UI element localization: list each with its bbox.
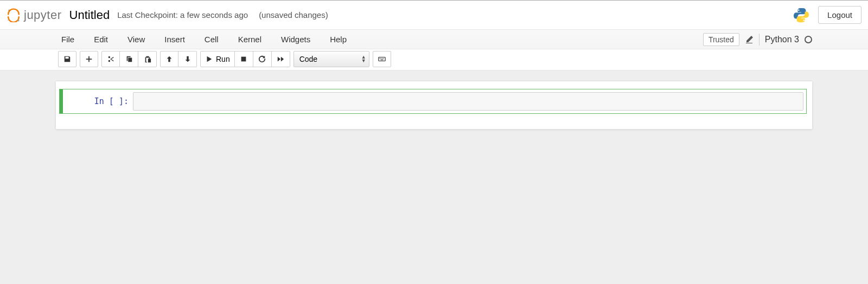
- fast-forward-icon: [277, 55, 284, 63]
- kernel-idle-icon[interactable]: [805, 36, 812, 43]
- checkpoint-status: Last Checkpoint: a few seconds ago: [117, 10, 248, 20]
- notebook-area: In [ ]:: [0, 70, 868, 140]
- svg-point-2: [8, 19, 9, 20]
- move-up-button[interactable]: [160, 51, 178, 67]
- move-down-button[interactable]: [178, 51, 197, 67]
- logout-button[interactable]: Logout: [818, 6, 861, 24]
- header-left: jupyter Untitled Last Checkpoint: a few …: [7, 8, 328, 22]
- restart-run-all-button[interactable]: [272, 51, 290, 67]
- restart-button[interactable]: [253, 51, 272, 67]
- kernel-info: Trusted Python 3: [703, 33, 812, 46]
- pencil-icon[interactable]: [745, 35, 754, 44]
- svg-rect-11: [380, 60, 383, 60]
- svg-point-3: [798, 9, 799, 10]
- jupyter-planet-icon: [7, 8, 21, 22]
- arrow-up-icon: [165, 55, 173, 63]
- copy-button[interactable]: [120, 51, 138, 67]
- menubar: File Edit View Insert Cell Kernel Widget…: [0, 30, 868, 49]
- restart-icon: [258, 55, 266, 63]
- jupyter-logo[interactable]: jupyter: [7, 8, 62, 22]
- unsaved-status: (unsaved changes): [259, 10, 328, 20]
- cell-prompt: In [ ]:: [62, 92, 133, 111]
- menu-edit[interactable]: Edit: [84, 30, 118, 48]
- svg-point-1: [17, 20, 19, 21]
- arrow-down-icon: [184, 55, 192, 63]
- save-button[interactable]: [58, 51, 76, 67]
- code-cell[interactable]: In [ ]:: [59, 89, 807, 114]
- svg-rect-9: [382, 58, 382, 59]
- menu-view[interactable]: View: [118, 30, 155, 48]
- scissors-icon: [107, 55, 114, 63]
- play-icon: [205, 55, 213, 63]
- divider: [759, 34, 760, 46]
- svg-rect-5: [241, 57, 246, 62]
- save-icon: [63, 55, 71, 63]
- cut-button[interactable]: [101, 51, 120, 67]
- command-palette-button[interactable]: [373, 51, 391, 67]
- plus-icon: [85, 55, 93, 63]
- kernel-name[interactable]: Python 3: [765, 35, 799, 44]
- paste-icon: [144, 55, 151, 63]
- run-button[interactable]: Run: [200, 51, 235, 67]
- add-cell-button[interactable]: [80, 51, 98, 67]
- celltype-select-wrap: Code Markdown Raw NBConvert Heading ▲▼: [293, 51, 369, 67]
- notebook-title[interactable]: Untitled: [69, 8, 110, 22]
- svg-rect-10: [383, 58, 384, 59]
- jupyter-logo-text: jupyter: [24, 8, 62, 22]
- menu-kernel[interactable]: Kernel: [228, 30, 271, 48]
- celltype-select[interactable]: Code Markdown Raw NBConvert Heading: [293, 51, 369, 67]
- svg-rect-7: [379, 58, 380, 59]
- menu-help[interactable]: Help: [320, 30, 356, 48]
- python-logo-icon: [793, 7, 809, 23]
- trusted-badge[interactable]: Trusted: [703, 33, 739, 46]
- stop-button[interactable]: [235, 51, 253, 67]
- copy-icon: [125, 55, 133, 63]
- menu-file[interactable]: File: [56, 30, 84, 48]
- header: jupyter Untitled Last Checkpoint: a few …: [0, 0, 868, 30]
- stop-icon: [240, 55, 247, 63]
- notebook-panel: In [ ]:: [56, 81, 812, 129]
- svg-point-4: [803, 20, 805, 21]
- svg-rect-8: [381, 58, 381, 59]
- svg-rect-6: [379, 57, 385, 61]
- code-input[interactable]: [133, 92, 803, 111]
- menu-insert[interactable]: Insert: [155, 30, 195, 48]
- menu-cell[interactable]: Cell: [195, 30, 228, 48]
- paste-button[interactable]: [138, 51, 157, 67]
- toolbar: Run Code Markdown Raw NBConvert Heading …: [0, 49, 868, 70]
- header-right: Logout: [793, 6, 861, 24]
- run-label: Run: [216, 55, 230, 63]
- keyboard-icon: [378, 55, 386, 63]
- menu-list: File Edit View Insert Cell Kernel Widget…: [56, 30, 356, 48]
- menu-widgets[interactable]: Widgets: [271, 30, 320, 48]
